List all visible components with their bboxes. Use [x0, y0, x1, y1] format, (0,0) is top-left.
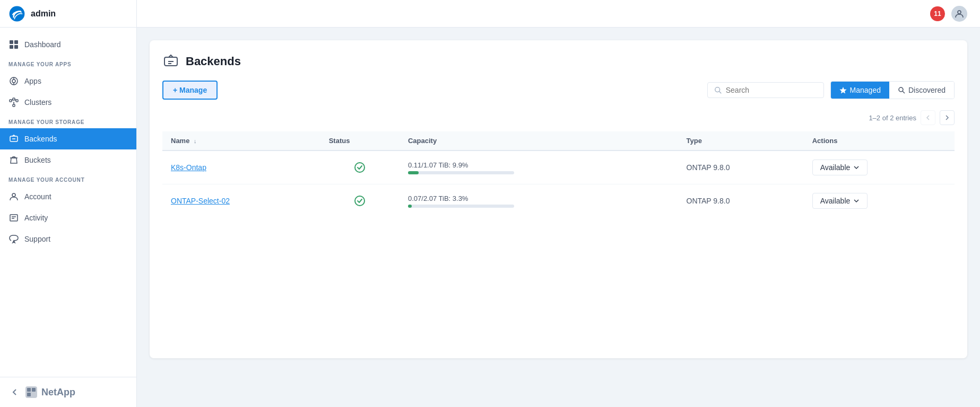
sort-arrow-name: ↓ — [194, 138, 197, 144]
sidebar-item-backends[interactable]: Backends — [0, 128, 136, 149]
backends-table: Name ↓ Status Capacity Type Actions K8s-… — [162, 131, 955, 217]
cell-name-1: ONTAP-Select-02 — [162, 184, 320, 218]
notification-button[interactable]: 11 — [930, 6, 945, 21]
cell-capacity-0: 0.11/1.07 TiB: 9.9% — [400, 151, 678, 184]
tab-managed[interactable]: Managed — [831, 82, 889, 99]
svg-marker-33 — [839, 87, 846, 94]
progress-bar-bg-0 — [408, 171, 514, 174]
svg-point-36 — [355, 163, 365, 172]
page-title: Backends — [186, 55, 241, 68]
svg-line-35 — [903, 91, 905, 93]
progress-bar-fill-0 — [408, 171, 419, 174]
status-icon-1 — [329, 195, 391, 207]
action-button-0[interactable]: Available — [812, 160, 868, 175]
sidebar-nav: Dashboard MANAGE YOUR APPS Apps — [0, 28, 136, 377]
status-icon-0 — [329, 162, 391, 173]
chevron-down-icon — [853, 198, 860, 204]
toolbar: + Manage Manage — [162, 81, 955, 100]
netapp-brand: NetApp — [25, 386, 75, 398]
svg-rect-25 — [32, 388, 36, 392]
svg-line-13 — [12, 99, 13, 101]
activity-label: Activity — [24, 214, 48, 222]
cell-type-0: ONTAP 9.8.0 — [678, 151, 804, 184]
col-actions: Actions — [804, 131, 955, 151]
buckets-icon — [8, 155, 19, 165]
sidebar-item-apps[interactable]: Apps — [0, 70, 136, 92]
col-type: Type — [678, 131, 804, 151]
clusters-icon — [8, 97, 19, 108]
svg-rect-2 — [14, 40, 18, 44]
capacity-text-1: 0.07/2.07 TiB: 3.3% — [408, 194, 670, 202]
svg-rect-1 — [10, 40, 13, 44]
cell-type-1: ONTAP 9.8.0 — [678, 184, 804, 218]
progress-bar-bg-1 — [408, 205, 514, 208]
sidebar-item-clusters[interactable]: Clusters — [0, 92, 136, 113]
sidebar-item-support[interactable]: Support — [0, 228, 136, 250]
backend-link-1[interactable]: ONTAP-Select-02 — [171, 197, 230, 205]
toolbar-right: Managed Discovered — [707, 81, 955, 99]
buckets-label: Buckets — [24, 156, 51, 164]
sidebar-item-activity[interactable]: Activity — [0, 207, 136, 228]
content-card: Backends + Manage — [150, 40, 967, 358]
col-capacity: Capacity — [400, 131, 678, 151]
search-box — [707, 82, 824, 98]
col-name: Name ↓ — [162, 131, 320, 151]
svg-rect-20 — [10, 215, 18, 221]
svg-rect-11 — [16, 100, 18, 102]
page-area: Backends + Manage — [137, 28, 980, 407]
svg-point-31 — [715, 87, 719, 92]
cell-name-0: K8s-Ontap — [162, 151, 320, 184]
action-button-1[interactable]: Available — [812, 193, 868, 209]
capacity-cell-0: 0.11/1.07 TiB: 9.9% — [408, 161, 670, 174]
sidebar: admin Dashboard MANAGE YOUR APPS — [0, 0, 137, 407]
svg-point-19 — [12, 193, 15, 197]
backends-label: Backends — [24, 135, 57, 143]
svg-rect-26 — [27, 393, 31, 396]
svg-line-32 — [719, 92, 721, 94]
svg-rect-12 — [13, 104, 15, 107]
chevron-down-icon — [853, 164, 860, 171]
dashboard-label: Dashboard — [24, 40, 61, 49]
apps-label: Apps — [24, 77, 41, 85]
svg-rect-24 — [27, 388, 31, 392]
cell-actions-0: Available — [804, 151, 955, 184]
collapse-sidebar-button[interactable] — [8, 386, 21, 399]
tab-managed-label: Managed — [850, 86, 881, 94]
support-label: Support — [24, 235, 50, 243]
section-label-storage: MANAGE YOUR STORAGE — [0, 113, 136, 128]
sidebar-item-dashboard[interactable]: Dashboard — [0, 34, 136, 55]
dashboard-icon — [8, 39, 19, 50]
sidebar-footer: NetApp — [0, 377, 136, 407]
tab-discovered-label: Discovered — [908, 86, 946, 94]
pagination-prev-button[interactable] — [921, 110, 935, 125]
type-text-0: ONTAP 9.8.0 — [687, 163, 730, 172]
clusters-label: Clusters — [24, 98, 51, 107]
svg-point-6 — [12, 79, 15, 83]
capacity-text-0: 0.11/1.07 TiB: 9.9% — [408, 161, 670, 169]
main-content: 11 Backends + Manage — [137, 0, 980, 407]
svg-rect-10 — [13, 98, 15, 100]
cell-status-0 — [320, 151, 400, 184]
svg-line-14 — [15, 99, 16, 101]
cell-capacity-1: 0.07/2.07 TiB: 3.3% — [400, 184, 678, 218]
user-avatar[interactable] — [951, 6, 967, 22]
sidebar-item-buckets[interactable]: Buckets — [0, 149, 136, 171]
tab-discovered[interactable]: Discovered — [889, 82, 954, 99]
backends-icon — [8, 134, 19, 144]
account-icon — [8, 191, 19, 202]
tab-group: Managed Discovered — [830, 81, 955, 99]
search-icon — [714, 86, 722, 94]
notification-count: 11 — [930, 6, 945, 21]
pagination-info: 1–2 of 2 entries — [869, 114, 916, 122]
cell-actions-1: Available — [804, 184, 955, 218]
manage-button[interactable]: + Manage — [162, 81, 218, 100]
sidebar-item-account[interactable]: Account — [0, 186, 136, 207]
pagination-next-button[interactable] — [940, 110, 955, 125]
table-row: ONTAP-Select-02 0.07/2.07 TiB: 3.3% ONTA… — [162, 184, 955, 218]
backend-link-0[interactable]: K8s-Ontap — [171, 163, 206, 172]
support-icon — [8, 234, 19, 244]
search-input[interactable] — [726, 86, 817, 94]
section-label-account: MANAGE YOUR ACCOUNT — [0, 171, 136, 186]
search-tab-icon — [898, 86, 905, 94]
apps-icon — [8, 76, 19, 86]
